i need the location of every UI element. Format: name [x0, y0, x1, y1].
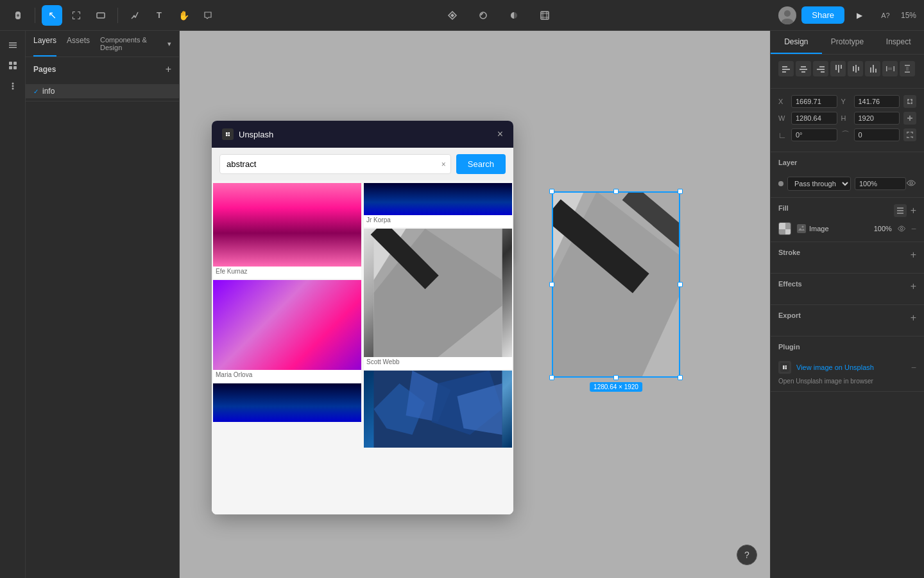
fill-remove-btn[interactable]: −	[911, 223, 916, 234]
layer-section-title: Layer	[778, 159, 797, 166]
svg-point-73	[910, 182, 912, 184]
plugin-link[interactable]: View image on Unsplash	[796, 363, 906, 371]
resize-handle-tl[interactable]	[549, 189, 554, 194]
effects-add-btn[interactable]: +	[911, 281, 916, 292]
tab-inspect[interactable]: Inspect	[873, 31, 924, 54]
page-item-info[interactable]: ✓ info	[26, 84, 179, 98]
distribute-v-btn[interactable]	[900, 61, 915, 76]
modal-close-btn[interactable]: ×	[497, 128, 503, 140]
list-item[interactable]	[364, 371, 512, 448]
align-right-btn[interactable]	[813, 61, 828, 76]
svg-rect-64	[870, 67, 871, 73]
assets-icon[interactable]	[4, 57, 22, 74]
visibility-toggle-btn[interactable]	[906, 179, 916, 189]
crop-icon-btn[interactable]	[535, 5, 555, 26]
stroke-add-btn[interactable]: +	[911, 249, 916, 261]
fill-add-btn[interactable]: +	[911, 205, 916, 216]
x-label: X	[778, 98, 787, 105]
help-btn[interactable]: ?	[737, 545, 757, 565]
layers-icon[interactable]	[4, 36, 22, 54]
svg-rect-9	[97, 13, 105, 18]
resize-handle-br[interactable]	[678, 375, 683, 380]
resize-handle-tr[interactable]	[678, 189, 683, 194]
move-tool-btn[interactable]: ↖	[42, 5, 62, 26]
align-top-btn[interactable]	[830, 61, 846, 76]
hand-tool-btn[interactable]: ✋	[173, 5, 194, 26]
size-label: 1280.64 × 1920	[590, 382, 642, 392]
list-item[interactable]: Maria Orlova	[213, 280, 361, 382]
list-item[interactable]: Jr Korpa	[364, 183, 512, 227]
resize-handle-t[interactable]	[613, 189, 619, 194]
tab-design[interactable]: Design	[771, 31, 822, 54]
fill-section-header: Fill +	[778, 204, 916, 217]
rotation-row: ∟ 0° ⌒ 0	[778, 128, 916, 141]
search-clear-btn[interactable]: ×	[441, 160, 446, 169]
canvas-selected-element[interactable]: 1280.64 × 1920	[552, 191, 680, 378]
align-center-v-btn[interactable]	[848, 61, 863, 76]
h-value[interactable]: 1920	[854, 112, 900, 125]
image-column-1: Efe Kurnaz Maria Orlova	[212, 180, 363, 514]
layer-mode-row: Pass through Normal Multiply Screen Over…	[778, 177, 916, 191]
text-tool-btn[interactable]: T	[149, 5, 169, 26]
resize-handle-r[interactable]	[678, 282, 683, 287]
pages-header: Pages +	[26, 57, 179, 82]
comment-tool-btn[interactable]	[198, 5, 218, 26]
add-page-btn[interactable]: +	[166, 64, 171, 75]
distribute-h-btn[interactable]	[882, 61, 898, 76]
shape-tool-btn[interactable]	[90, 5, 111, 26]
tab-assets[interactable]: Assets	[67, 36, 90, 57]
y-value[interactable]: 141.76	[854, 95, 900, 108]
fill-settings-btn[interactable]	[894, 204, 907, 217]
components-design-tab[interactable]: Components & Design	[100, 36, 166, 51]
cursor-btn[interactable]: A?	[875, 5, 896, 26]
w-value[interactable]: 1280.64	[791, 112, 837, 125]
layer-mode-select[interactable]: Pass through Normal Multiply Screen Over…	[787, 177, 851, 191]
align-left-btn[interactable]	[778, 61, 794, 76]
fill-opacity-value[interactable]: 100%	[866, 225, 892, 232]
figma-menu-btn[interactable]	[8, 5, 28, 26]
align-center-h-btn[interactable]	[796, 61, 811, 76]
tab-prototype[interactable]: Prototype	[822, 31, 873, 54]
angle-value[interactable]: 0°	[791, 128, 837, 141]
modal-search-bar: × Search	[212, 148, 513, 180]
tab-layers[interactable]: Layers	[33, 36, 56, 57]
fill-swatch[interactable]	[778, 222, 791, 235]
search-button[interactable]: Search	[456, 154, 506, 174]
image-credit-3: Jr Korpa	[364, 215, 512, 227]
layer-opacity-value[interactable]: 100%	[855, 177, 906, 190]
frame-tool-btn[interactable]	[66, 5, 87, 26]
theme-icon-btn[interactable]	[504, 5, 524, 26]
resize-handle-bl[interactable]	[549, 375, 554, 380]
zoom-label[interactable]: 15%	[901, 11, 916, 20]
resize-handle-b[interactable]	[613, 375, 619, 380]
image-thumb-6	[364, 371, 512, 448]
fill-visibility-btn[interactable]	[897, 224, 906, 234]
svg-rect-7	[73, 17, 73, 19]
pen-tool-btn[interactable]	[124, 5, 145, 26]
modal-title: Unsplash	[222, 128, 273, 140]
align-bottom-btn[interactable]	[865, 61, 880, 76]
component-icon-btn[interactable]	[442, 5, 463, 26]
plugin-remove-btn[interactable]: −	[911, 362, 916, 372]
more-icon[interactable]	[4, 77, 22, 95]
svg-rect-30	[222, 128, 234, 140]
list-item[interactable]: Scott Webb	[364, 229, 512, 369]
resize-constraint-btn[interactable]	[903, 112, 916, 125]
export-add-btn[interactable]: +	[911, 312, 916, 324]
share-button[interactable]: Share	[801, 6, 844, 24]
modal-title-text: Unsplash	[239, 130, 273, 139]
svg-rect-80	[780, 363, 789, 372]
list-item[interactable]	[213, 383, 361, 422]
resize-proportional-btn[interactable]	[903, 95, 916, 108]
expand-btn[interactable]	[903, 128, 916, 141]
corner-label: ⌒	[841, 129, 850, 141]
play-btn[interactable]: ▶	[850, 5, 870, 26]
x-value[interactable]: 1669.71	[791, 95, 837, 108]
svg-rect-53	[800, 69, 807, 70]
search-input[interactable]	[219, 154, 451, 174]
svg-point-27	[12, 83, 13, 85]
plugin-icon-btn[interactable]	[473, 5, 493, 26]
resize-handle-l[interactable]	[549, 282, 554, 287]
list-item[interactable]: Efe Kurnaz	[213, 183, 361, 279]
corner-value[interactable]: 0	[854, 128, 900, 141]
